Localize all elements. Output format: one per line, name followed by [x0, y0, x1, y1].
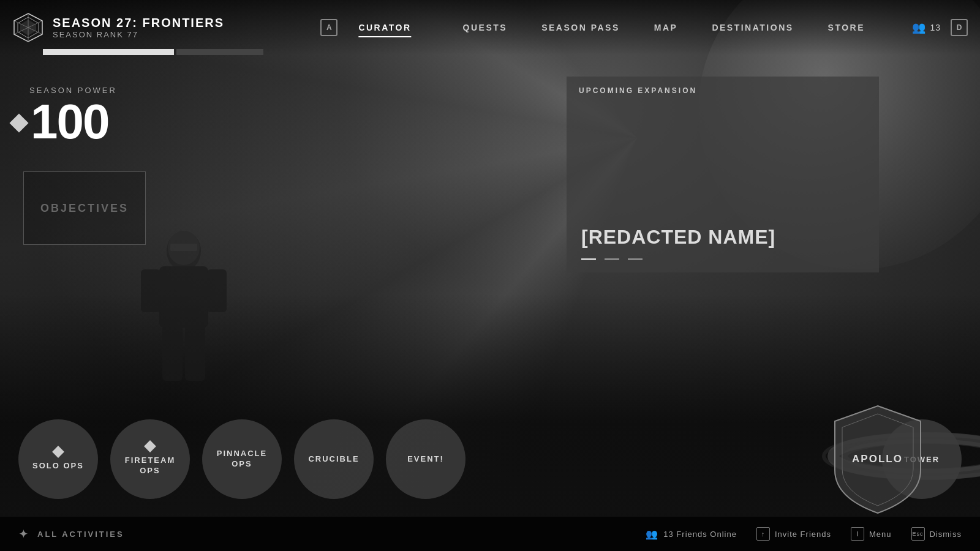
nav-curator[interactable]: CURATOR: [341, 23, 428, 32]
objectives-label: OBJECTIVES: [40, 202, 129, 215]
apollo-label: APOLLO: [852, 453, 903, 465]
power-diamond-icon: [9, 113, 28, 132]
footer-right: 👥 13 Friends Online ↑ Invite Friends I M…: [646, 527, 962, 541]
destiny-logo: [12, 12, 44, 43]
season-power-section: SEASON POWER 100: [12, 86, 117, 146]
header-nav: A CURATOR QUESTS SEASON PASS MAP DESTINA…: [224, 19, 912, 36]
apollo-badge[interactable]: APOLLO: [824, 398, 931, 520]
expansion-dot-1[interactable]: [581, 258, 596, 260]
nav-store[interactable]: STORE: [811, 23, 882, 32]
progress-filled: [43, 49, 174, 55]
expansion-name: [REDACTED NAME]: [581, 226, 864, 249]
expansion-body: [REDACTED NAME]: [567, 101, 879, 272]
friends-online-label: 13 Friends Online: [663, 530, 737, 539]
solo-ops-diamond: [52, 446, 64, 458]
season-power-value: 100: [31, 97, 108, 146]
d-button[interactable]: D: [951, 19, 968, 36]
menu-icon: I: [851, 527, 864, 541]
nav-quests[interactable]: QUESTS: [446, 23, 525, 32]
expansion-panel: UPCOMING EXPANSION [REDACTED NAME]: [567, 77, 879, 272]
footer-friends-online: 👥 13 Friends Online: [646, 528, 737, 540]
svg-rect-10: [185, 326, 205, 381]
friends-count-value: 13: [930, 23, 941, 32]
svg-rect-12: [170, 244, 197, 251]
activity-crucible[interactable]: CRUCIBLE: [294, 419, 374, 499]
dismiss-icon: Esc: [911, 527, 925, 541]
header-left: SEASON 27: FRONTIERS SEASON RANK 77: [0, 12, 224, 43]
all-activities-label: ALL ACTIVITIES: [37, 530, 124, 539]
season-rank: SEASON RANK 77: [53, 30, 224, 39]
friends-online-icon: 👥: [646, 528, 658, 540]
menu-label: Menu: [869, 530, 892, 539]
crucible-label: CRUCIBLE: [308, 454, 359, 465]
footer-invite-friends[interactable]: ↑ Invite Friends: [756, 527, 831, 541]
fireteam-ops-label: FIRETEAMOPS: [125, 455, 175, 476]
nav-map[interactable]: MAP: [637, 23, 695, 32]
expansion-header: UPCOMING EXPANSION: [567, 77, 879, 101]
invite-icon: ↑: [756, 527, 770, 541]
header: SEASON 27: FRONTIERS SEASON RANK 77 A CU…: [0, 0, 980, 55]
footer-dismiss[interactable]: Esc Dismiss: [911, 527, 962, 541]
header-right: 👥 13 D: [912, 19, 980, 36]
pinnacle-ops-label: PINNACLEOPS: [217, 449, 267, 470]
solo-ops-label: SOLO OPS: [32, 461, 84, 471]
friends-icon: 👥: [912, 21, 926, 34]
activity-event[interactable]: EVENT!: [386, 419, 466, 499]
footer-bar: ✦ ALL ACTIVITIES 👥 13 Friends Online ↑ I…: [0, 517, 980, 551]
nav-destinations[interactable]: DESTINATIONS: [695, 23, 810, 32]
svg-rect-7: [141, 269, 160, 312]
expansion-dot-3[interactable]: [628, 258, 643, 260]
activity-fireteam-ops[interactable]: FIRETEAMOPS: [110, 419, 190, 499]
nav-season-pass[interactable]: SEASON PASS: [524, 23, 637, 32]
invite-friends-label: Invite Friends: [775, 530, 831, 539]
event-label: EVENT!: [407, 454, 444, 465]
season-info: SEASON 27: FRONTIERS SEASON RANK 77: [53, 16, 224, 39]
footer-menu[interactable]: I Menu: [851, 527, 892, 541]
nav-curator-wrapper[interactable]: A CURATOR: [303, 19, 445, 36]
all-activities-icon: ✦: [18, 527, 29, 541]
svg-rect-8: [207, 269, 227, 312]
svg-rect-9: [162, 326, 183, 381]
objectives-box[interactable]: OBJECTIVES: [23, 171, 146, 245]
friends-count: 👥 13: [912, 21, 941, 34]
shield-shape: APOLLO: [829, 403, 927, 516]
season-power-label: SEASON POWER: [29, 86, 117, 95]
all-activities-button[interactable]: ✦ ALL ACTIVITIES: [18, 527, 124, 541]
activity-solo-ops[interactable]: SOLO OPS: [18, 419, 98, 499]
season-title: SEASON 27: FRONTIERS: [53, 16, 224, 30]
activity-pinnacle-ops[interactable]: PINNACLEOPS: [202, 419, 282, 499]
fireteam-ops-diamond: [144, 440, 156, 452]
progress-empty: [176, 49, 263, 55]
nav-a-button: A: [320, 19, 337, 36]
season-power-row: 100: [12, 97, 117, 146]
svg-rect-6: [159, 266, 208, 328]
expansion-dots: [581, 258, 864, 260]
dismiss-label: Dismiss: [930, 530, 962, 539]
expansion-dot-2[interactable]: [605, 258, 619, 260]
progress-bar: [43, 49, 263, 55]
